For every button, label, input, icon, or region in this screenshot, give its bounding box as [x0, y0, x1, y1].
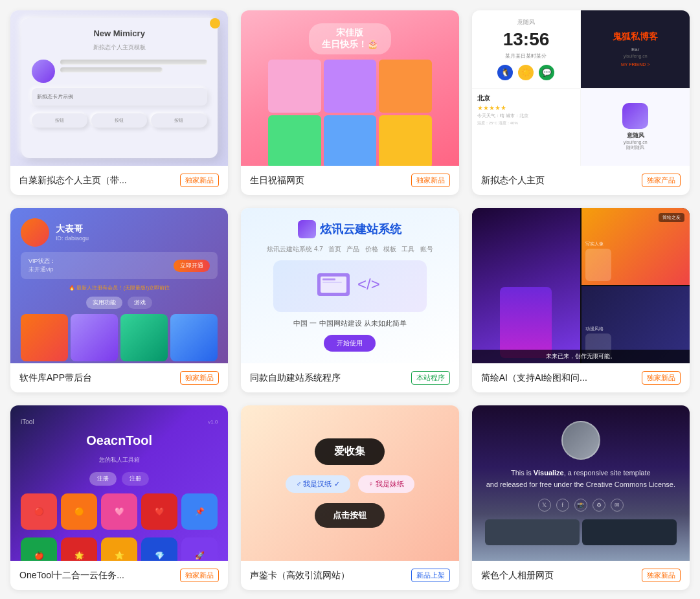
card-4-header: 大表哥 ID: dabiaogu: [21, 218, 218, 247]
card-8-preview: 爱收集 ♂ 我是汉纸 ✓ ♀ 我是妹纸 点击按钮: [241, 405, 458, 561]
card-4-vip-btn[interactable]: 立即开通: [174, 260, 210, 272]
card-8-cta[interactable]: 点击按钮: [315, 503, 385, 528]
card-3-blog-section: 鬼狐私博客 Ear yisuifeng.cn MY FRIEND >: [581, 10, 690, 88]
card-6-label-3: 动漫风格: [585, 326, 611, 332]
card-9-footer: 紫色个人相册网页 独家新品: [472, 561, 690, 590]
svg-rect-2: [322, 278, 335, 280]
card-8-title: 声鉴卡（高效引流网站）: [250, 570, 405, 582]
card-5-tagline: 中国 一 中国网站建设 从未如此简单: [293, 319, 406, 328]
card-4-user-info: 大表哥 ID: dabiaogu: [56, 223, 89, 242]
card-4-footer: 软件库APP带后台 独家新品: [10, 363, 228, 392]
card-5-cta[interactable]: 开始使用: [324, 335, 376, 352]
card-2-badge: 独家新品: [411, 174, 450, 187]
card-7-subtitle: 您的私人工具箱: [21, 456, 218, 464]
card-2-footer: 生日祝福网页 独家新品: [241, 166, 458, 195]
card-7-thumbnail: iTool v1.0 OeacnTool 您的私人工具箱 注册 注册 🔴 🟠 🩷…: [10, 405, 228, 561]
card-1-preview: New Mimicry 新拟态个人主页模板 新拟态卡片示例 按钮 按钮 按钮: [21, 18, 218, 158]
card-8-badge: 新品上架: [411, 569, 450, 582]
card-9-preview: This is Visualize, a responsive site tem…: [472, 405, 690, 561]
card-6-overlay-text: 简绘之友: [659, 213, 684, 222]
card-5-illustration: </>: [273, 260, 427, 312]
card-3-site-name: 意随风: [627, 131, 644, 140]
card-5-thumbnail: 炫讯云建站系统 炫讯云建站系统 4.7 首页 产品 价格 模板 工具 账号 </…: [241, 208, 458, 363]
card-3[interactable]: 意随风 13:56 某月某日某时某分 🐧 ☀️ 💬 鬼狐私博客 Ear yisu…: [472, 10, 690, 195]
card-9-desc: This is Visualize, a responsive site tem…: [486, 468, 675, 490]
card-1-dot: [210, 18, 220, 28]
card-7[interactable]: iTool v1.0 OeacnTool 您的私人工具箱 注册 注册 🔴 🟠 🩷…: [10, 405, 228, 590]
card-3-clock-section: 意随风 13:56 某月某日某时某分 🐧 ☀️ 💬: [472, 10, 581, 88]
card-4[interactable]: 大表哥 ID: dabiaogu VIP状态： 未开通vip 立即开通 🔥 最新…: [10, 208, 228, 392]
card-7-top-bar: iTool v1.0: [21, 418, 218, 425]
card-5-title: 同款自助建站系统程序: [250, 372, 405, 384]
card-8-female-option[interactable]: ♀ 我是妹纸: [358, 475, 414, 493]
card-3-badge: 独家产品: [642, 174, 681, 187]
card-1-badge: 独家新品: [180, 174, 219, 187]
card-7-btns: 注册 注册: [21, 472, 218, 486]
card-8-thumbnail: 爱收集 ♂ 我是汉纸 ✓ ♀ 我是妹纸 点击按钮: [241, 405, 458, 561]
card-3-footer: 新拟态个人主页 独家产品: [472, 166, 690, 195]
card-9-title: 紫色个人相册网页: [481, 570, 637, 582]
card-8[interactable]: 爱收集 ♂ 我是汉纸 ✓ ♀ 我是妹纸 点击按钮 声鉴卡（高效引流网站） 新品上…: [241, 405, 458, 590]
card-9-badge: 独家新品: [642, 569, 681, 582]
card-3-label: 某月某日某时某分: [505, 52, 547, 60]
card-3-icons: 🐧 ☀️ 💬: [497, 65, 554, 80]
card-4-app-2: [71, 314, 118, 361]
card-4-username: 大表哥: [56, 223, 89, 235]
card-6-footer: 简绘AI（支持AI绘图和问... 独家新品: [472, 363, 690, 392]
card-1-info: [60, 60, 207, 83]
card-3-friend-link: MY FRIEND >: [621, 62, 649, 67]
card-6-title: 简绘AI（支持AI绘图和问...: [481, 372, 637, 384]
card-7-icon-3: 🩷: [101, 493, 137, 530]
card-9-thumbnail: This is Visualize, a responsive site tem…: [472, 405, 690, 561]
card-7-preview: iTool v1.0 OeacnTool 您的私人工具箱 注册 注册 🔴 🟠 🩷…: [10, 405, 228, 561]
card-4-app-3: [120, 314, 168, 361]
card-7-title: OneTool十二合一云任务...: [19, 570, 175, 582]
svg-text:</>: </>: [357, 275, 380, 293]
card-2-title: 生日祝福网页: [250, 175, 405, 186]
card-6-preview: 简绘之友 写实人像 动漫风格: [472, 208, 690, 363]
card-9-bottom-img-1: [485, 519, 580, 545]
card-3-weather-extra: 温度：25°C 湿度：40%: [477, 120, 576, 126]
card-3-title: 新拟态个人主页: [481, 175, 637, 186]
card-5[interactable]: 炫讯云建站系统 炫讯云建站系统 4.7 首页 产品 价格 模板 工具 账号 </…: [241, 208, 458, 392]
card-8-male-option[interactable]: ♂ 我是汉纸 ✓: [286, 475, 350, 493]
card-7-icons-row-1: 🔴 🟠 🩷 ❤️ 📌: [21, 493, 218, 530]
card-5-svg: </>: [311, 260, 389, 312]
card-7-icon-9: 💎: [141, 537, 177, 561]
card-8-gender-options: ♂ 我是汉纸 ✓ ♀ 我是妹纸: [286, 475, 414, 493]
card-1-preview-subtitle: 新拟态个人主页模板: [32, 43, 207, 52]
card-3-weather-detail: 今天天气：晴 城市：北京: [477, 113, 576, 119]
card-7-btn-register[interactable]: 注册: [122, 472, 149, 486]
card-2-photo-1: [268, 60, 321, 113]
card-7-version: v1.0: [208, 419, 218, 425]
card-7-app-name: iTool: [21, 418, 34, 425]
card-5-logo-icon: [298, 220, 316, 238]
card-2-photo-5: [324, 115, 377, 166]
card-1-avatar: [32, 60, 55, 83]
card-9-social: 𝕏 f 📸 ⚙ ✉: [538, 499, 624, 512]
card-2-photo-3: [379, 60, 432, 113]
card-4-thumbnail: 大表哥 ID: dabiaogu VIP状态： 未开通vip 立即开通 🔥 最新…: [10, 208, 228, 363]
card-2-thumbnail: 宋佳版生日快乐！🎂 我的贺卡 给我贺卡: [241, 10, 458, 166]
card-6[interactable]: 简绘之友 写实人像 动漫风格 未来已来，创作无限可能。: [472, 208, 690, 392]
card-4-tab-1[interactable]: 实用功能: [86, 297, 122, 309]
card-7-btn-login[interactable]: 注册: [89, 472, 117, 486]
card-2[interactable]: 宋佳版生日快乐！🎂 我的贺卡 给我贺卡 生日祝福网页 独家新品: [241, 10, 458, 195]
card-4-vip-value: 未开通vip: [28, 266, 56, 274]
card-4-app-4: [170, 314, 218, 361]
card-9-mail-icon: ✉: [611, 499, 624, 512]
card-7-icon-4: ❤️: [141, 493, 177, 530]
card-3-clock: 13:56: [503, 29, 550, 50]
card-1-btns: 按钮 按钮 按钮: [32, 113, 207, 128]
card-4-preview: 大表哥 ID: dabiaogu VIP状态： 未开通vip 立即开通 🔥 最新…: [10, 208, 228, 363]
card-4-userid: ID: dabiaogu: [56, 235, 89, 242]
card-9[interactable]: This is Visualize, a responsive site tem…: [472, 405, 690, 590]
card-5-logo-row: 炫讯云建站系统: [298, 220, 401, 238]
card-4-tab-2[interactable]: 游戏: [128, 297, 152, 309]
card-1-footer: 白菜新拟态个人主页（带... 独家新品: [10, 166, 228, 195]
card-3-site-desc: 随时随风: [626, 144, 644, 151]
card-4-vip-status: VIP状态：: [28, 257, 56, 266]
card-1[interactable]: New Mimicry 新拟态个人主页模板 新拟态卡片示例 按钮 按钮 按钮: [10, 10, 228, 195]
card-3-site-url: yisuifeng.cn: [624, 140, 648, 144]
card-3-icon-qq: 🐧: [497, 65, 513, 80]
